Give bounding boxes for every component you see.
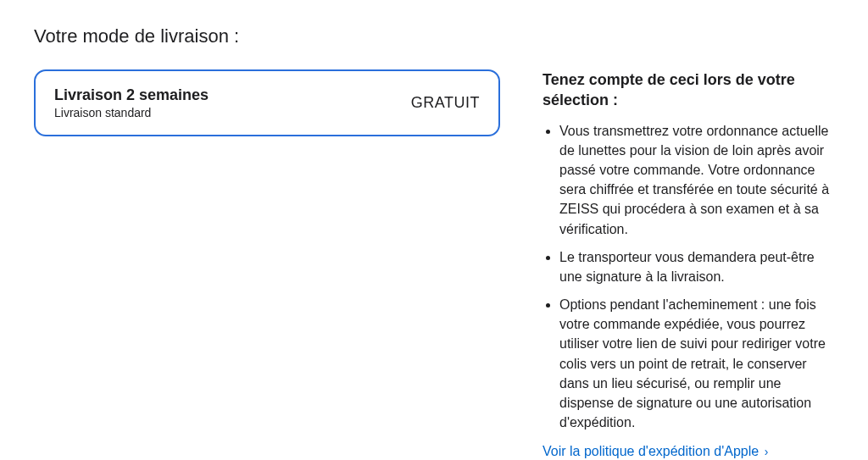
shipping-policy-link-text: Voir la politique d'expédition d'Apple: [542, 444, 759, 458]
list-item: Le transporteur vous demandera peut-être…: [559, 247, 834, 286]
shipping-option-price: GRATUIT: [411, 94, 480, 112]
list-item: Vous transmettrez votre ordonnance actue…: [559, 121, 834, 239]
delivery-info-list: Vous transmettrez votre ordonnance actue…: [542, 121, 834, 433]
delivery-info-column: Tenez compte de ceci lors de votre sélec…: [542, 69, 834, 459]
shipping-option-subtitle: Livraison standard: [54, 106, 209, 119]
shipping-option-card[interactable]: Livraison 2 semaines Livraison standard …: [34, 69, 500, 136]
list-item: Options pendant l'acheminement : une foi…: [559, 295, 834, 432]
delivery-mode-heading: Votre mode de livraison :: [34, 25, 834, 47]
shipping-option-info: Livraison 2 semaines Livraison standard: [54, 86, 209, 119]
chevron-right-icon: ›: [765, 445, 769, 458]
shipping-policy-link[interactable]: Voir la politique d'expédition d'Apple ›: [542, 444, 768, 459]
delivery-content-row: Livraison 2 semaines Livraison standard …: [34, 69, 834, 459]
shipping-option-title: Livraison 2 semaines: [54, 86, 209, 104]
delivery-info-heading: Tenez compte de ceci lors de votre sélec…: [542, 69, 834, 111]
